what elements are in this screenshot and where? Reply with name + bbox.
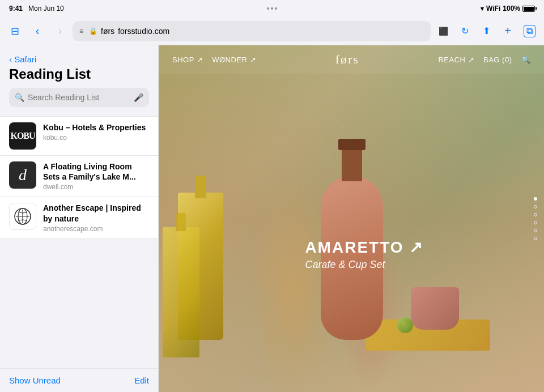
- scroll-dots: [534, 197, 537, 240]
- share-icon: ⬆: [483, 25, 490, 36]
- dot2: [271, 7, 273, 10]
- edit-link[interactable]: Edit: [134, 376, 149, 385]
- refresh-button[interactable]: ↻: [454, 21, 475, 41]
- nav-left: SHOP ↗ WØNDER ↗: [172, 56, 256, 64]
- address-bar[interactable]: ≡ 🔒 førs forsstudio.com: [73, 21, 431, 41]
- reading-item-dwell-domain: dwell.com: [43, 183, 149, 191]
- toolbar-right: ⬛ ↻ ⬆ + ⧉: [433, 21, 539, 41]
- escape-logo-svg: [12, 206, 33, 227]
- reading-item-escape-info: Another Escape | Inspired by nature anot…: [43, 203, 149, 232]
- nav-bag-link[interactable]: BAG (0): [483, 56, 512, 64]
- sidebar-title: Reading List: [9, 66, 149, 82]
- status-bar-center: [267, 7, 277, 10]
- reading-item-dwell-info: A Floating Living Room Sets a Family's L…: [43, 161, 149, 191]
- reading-item-kobu-info: Kobu – Hotels & Properties kobu.co: [43, 122, 149, 142]
- plus-icon: +: [504, 24, 511, 37]
- reading-item-escape-domain: anotherescape.com: [43, 225, 149, 233]
- hero-title: AMARETTO ↗: [305, 238, 423, 257]
- chevron-left-icon: ‹: [36, 24, 40, 37]
- sidebar: ‹ Safari Reading List 🔍 🎤 KOBU: [0, 45, 159, 392]
- time: 9:41: [9, 5, 23, 12]
- tab-switcher-button[interactable]: ⧉: [519, 21, 539, 41]
- url-text: førs: [101, 27, 114, 36]
- tabs-icon: ⧉: [524, 25, 536, 37]
- reader-mode-icon: ≡: [79, 27, 83, 35]
- search-bar[interactable]: 🔍 🎤: [9, 88, 149, 107]
- status-bar-left: 9:41 Mon Jun 10: [9, 5, 64, 12]
- scroll-dot-1[interactable]: [534, 197, 537, 201]
- sidebar-header: ‹ Safari Reading List 🔍 🎤: [0, 45, 158, 112]
- wifi-bars: WiFi: [486, 5, 500, 12]
- share-button[interactable]: ⬆: [476, 21, 496, 41]
- reading-item-kobu-domain: kobu.co: [43, 134, 149, 142]
- scroll-dot-6[interactable]: [534, 237, 537, 240]
- reading-item-dwell-title: A Floating Living Room Sets a Family's L…: [43, 161, 149, 182]
- reading-list: KOBU Kobu – Hotels & Properties kobu.co …: [0, 112, 158, 368]
- body-area: ‹ Safari Reading List 🔍 🎤 KOBU: [0, 45, 544, 392]
- cast-icon: ⬛: [439, 27, 448, 36]
- search-input[interactable]: [28, 93, 130, 102]
- battery-percent: 100%: [503, 5, 520, 12]
- status-bar: 9:41 Mon Jun 10 ▾ WiFi 100%: [0, 0, 544, 17]
- date: Mon Jun 10: [28, 5, 64, 12]
- olive: [397, 317, 413, 333]
- web-content: SHOP ↗ WØNDER ↗ førs REACH ↗ BAG (0) 🔍: [159, 45, 544, 392]
- forward-button[interactable]: ›: [50, 21, 70, 41]
- scroll-dot-2[interactable]: [534, 205, 537, 208]
- dots-menu: [267, 7, 277, 10]
- battery-icon: [522, 6, 535, 12]
- escape-favicon: [9, 203, 36, 230]
- nav-shop-link[interactable]: SHOP ↗: [172, 56, 203, 64]
- scroll-dot-4[interactable]: [534, 221, 537, 224]
- reading-item-escape[interactable]: Another Escape | Inspired by nature anot…: [0, 197, 158, 238]
- sidebar-icon: ⊟: [11, 25, 19, 37]
- show-unread-link[interactable]: Show Unread: [9, 376, 61, 385]
- nav-search-link[interactable]: 🔍: [521, 56, 531, 64]
- cast-button[interactable]: ⬛: [433, 21, 453, 41]
- back-button[interactable]: ‹: [27, 21, 48, 41]
- kobu-favicon: KOBU: [9, 122, 36, 150]
- chevron-right-icon: ›: [58, 24, 62, 37]
- browser-toolbar: ⊟ ‹ › ≡ 🔒 førs forsstudio.com ⬛: [0, 17, 544, 45]
- nav-logo[interactable]: førs: [335, 52, 359, 67]
- dot3: [275, 7, 277, 10]
- carafe-neck: [342, 147, 362, 181]
- small-bottle: [163, 227, 199, 357]
- main-content: ⊟ ‹ › ≡ 🔒 førs forsstudio.com ⬛: [0, 17, 544, 392]
- scroll-dot-3[interactable]: [534, 213, 537, 216]
- refresh-icon: ↻: [461, 25, 469, 36]
- mic-icon[interactable]: 🎤: [134, 93, 143, 102]
- reading-item-kobu[interactable]: KOBU Kobu – Hotels & Properties kobu.co: [0, 116, 158, 156]
- reading-item-dwell[interactable]: d A Floating Living Room Sets a Family's…: [0, 156, 158, 197]
- reading-item-kobu-title: Kobu – Hotels & Properties: [43, 122, 149, 133]
- dot1: [267, 7, 269, 10]
- safari-back-button[interactable]: ‹ Safari: [9, 54, 36, 64]
- hero-text: AMARETTO ↗ Carafe & Cup Set: [305, 238, 423, 271]
- search-icon: 🔍: [15, 93, 24, 102]
- wifi-icon: ▾: [481, 5, 484, 12]
- status-bar-right: ▾ WiFi 100%: [481, 5, 535, 12]
- hero-image: AMARETTO ↗ Carafe & Cup Set: [159, 45, 544, 392]
- battery-fill: [524, 7, 534, 11]
- url-domain: forsstudio.com: [118, 27, 169, 36]
- nav-wonder-link[interactable]: WØNDER ↗: [212, 56, 256, 64]
- dwell-favicon: d: [9, 161, 36, 189]
- sidebar-footer: Show Unread Edit: [0, 368, 158, 392]
- sidebar-toggle-button[interactable]: ⊟: [5, 21, 25, 41]
- hero-subtitle: Carafe & Cup Set: [305, 259, 423, 271]
- nav-reach-link[interactable]: REACH ↗: [438, 56, 474, 64]
- lock-icon: 🔒: [89, 27, 97, 35]
- scroll-dot-5[interactable]: [534, 229, 537, 232]
- website-nav: SHOP ↗ WØNDER ↗ førs REACH ↗ BAG (0) 🔍: [159, 45, 544, 74]
- carafe-top: [338, 139, 366, 150]
- reading-item-escape-title: Another Escape | Inspired by nature: [43, 203, 149, 223]
- add-tab-button[interactable]: +: [498, 21, 518, 41]
- cup: [411, 287, 459, 330]
- small-bottle-neck: [176, 213, 186, 231]
- nav-right: REACH ↗ BAG (0) 🔍: [438, 56, 530, 64]
